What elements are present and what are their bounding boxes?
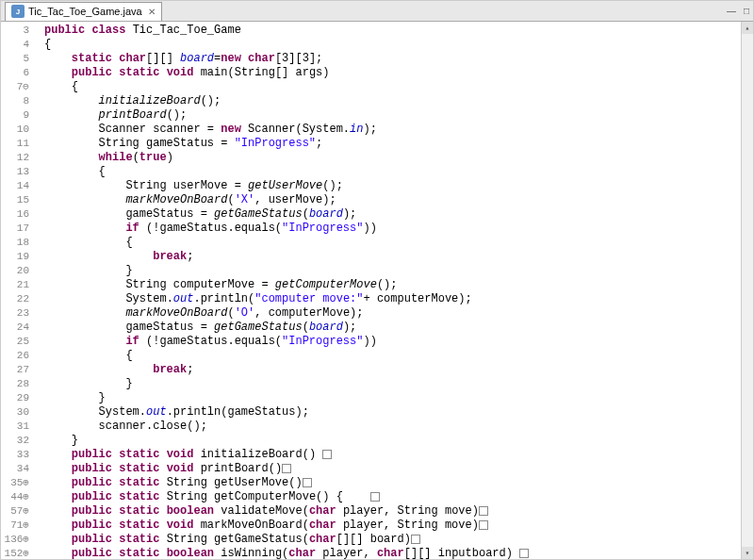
code-line[interactable]: markMoveOnBoard('O', computerMove); bbox=[44, 306, 741, 321]
code-line[interactable]: public static String getUserMove() bbox=[44, 476, 741, 490]
code-line[interactable]: public static void printBoard() bbox=[44, 462, 741, 476]
code-line[interactable]: public static String getComputerMove() { bbox=[44, 490, 741, 504]
code-area[interactable]: public class Tic_Tac_Toe_Game{ static ch… bbox=[37, 22, 741, 559]
line-number: 25 bbox=[1, 335, 29, 349]
line-number: 16 bbox=[1, 207, 29, 222]
scroll-up-icon[interactable]: ▴ bbox=[742, 22, 753, 34]
line-number: 44⊕ bbox=[1, 490, 29, 504]
code-line[interactable]: String userMove = getUserMove(); bbox=[44, 179, 741, 193]
folded-block-icon[interactable] bbox=[519, 549, 529, 558]
code-line[interactable]: break; bbox=[44, 250, 741, 264]
code-line[interactable]: { bbox=[44, 38, 741, 52]
line-number: 10 bbox=[1, 123, 29, 137]
line-number: 136⊕ bbox=[1, 533, 29, 547]
line-number: 31 bbox=[1, 420, 29, 434]
line-number: 26 bbox=[1, 349, 29, 363]
line-number: 30 bbox=[1, 405, 29, 420]
line-number: 71⊕ bbox=[1, 519, 29, 533]
code-line[interactable]: public static void initializeBoard() bbox=[44, 448, 741, 462]
code-line[interactable]: } bbox=[44, 391, 741, 405]
line-number: 9 bbox=[1, 108, 29, 123]
line-number: 34 bbox=[1, 462, 29, 476]
line-number: 23 bbox=[1, 306, 29, 321]
code-line[interactable]: String gameStatus = "InProgress"; bbox=[44, 137, 741, 151]
code-line[interactable]: if (!gameStatus.equals("InProgress")) bbox=[44, 335, 741, 349]
code-line[interactable]: public static String getGameStatus(char[… bbox=[44, 533, 741, 547]
line-number: 24 bbox=[1, 321, 29, 335]
line-number: 21 bbox=[1, 278, 29, 292]
folded-block-icon[interactable] bbox=[282, 464, 291, 473]
code-line[interactable]: Scanner scanner = new Scanner(System.in)… bbox=[44, 123, 741, 137]
code-line[interactable]: public static void main(String[] args) bbox=[44, 66, 741, 80]
line-gutter: 34567⊖8910111213141516171819202122232425… bbox=[1, 22, 37, 559]
line-number: 8 bbox=[1, 94, 29, 108]
scroll-down-icon[interactable]: ▾ bbox=[742, 547, 753, 559]
vertical-scrollbar[interactable]: ▴ ▾ bbox=[741, 22, 753, 559]
line-number: 33 bbox=[1, 448, 29, 462]
code-line[interactable]: { bbox=[44, 349, 741, 363]
editor-window: J Tic_Tac_Toe_Game.java ✕ — □ 34567⊖8910… bbox=[0, 0, 754, 560]
code-line[interactable]: System.out.println(gameStatus); bbox=[44, 405, 741, 420]
line-number: 3 bbox=[1, 24, 29, 38]
code-line[interactable]: { bbox=[44, 165, 741, 179]
line-number: 57⊕ bbox=[1, 504, 29, 519]
line-number: 152⊕ bbox=[1, 547, 29, 559]
code-line[interactable]: static char[][] board=new char[3][3]; bbox=[44, 52, 741, 66]
code-line[interactable]: scanner.close(); bbox=[44, 420, 741, 434]
code-line[interactable]: gameStatus = getGameStatus(board); bbox=[44, 321, 741, 335]
line-number: 4 bbox=[1, 38, 29, 52]
line-number: 14 bbox=[1, 179, 29, 193]
code-line[interactable]: String computerMove = getComputerMove(); bbox=[44, 278, 741, 292]
code-line[interactable]: public static void markMoveOnBoard(char … bbox=[44, 519, 741, 533]
line-number: 29 bbox=[1, 391, 29, 405]
folded-block-icon[interactable] bbox=[322, 450, 332, 459]
folded-block-icon[interactable] bbox=[303, 478, 312, 487]
line-number: 19 bbox=[1, 250, 29, 264]
close-icon[interactable]: ✕ bbox=[148, 7, 156, 17]
code-line[interactable]: if (!gameStatus.equals("InProgress")) bbox=[44, 222, 741, 236]
code-line[interactable]: while(true) bbox=[44, 151, 741, 165]
line-number: 32 bbox=[1, 434, 29, 448]
code-line[interactable]: markMoveOnBoard('X', userMove); bbox=[44, 193, 741, 207]
minimize-icon[interactable]: — bbox=[727, 6, 736, 16]
line-number: 22 bbox=[1, 292, 29, 306]
code-line[interactable]: public class Tic_Tac_Toe_Game bbox=[44, 24, 741, 38]
window-controls: — □ bbox=[727, 6, 749, 16]
folded-block-icon[interactable] bbox=[479, 520, 488, 530]
scroll-track[interactable] bbox=[742, 34, 753, 547]
maximize-icon[interactable]: □ bbox=[744, 6, 749, 16]
editor-body: 34567⊖8910111213141516171819202122232425… bbox=[1, 22, 753, 559]
code-line[interactable]: gameStatus = getGameStatus(board); bbox=[44, 207, 741, 222]
code-line[interactable]: public static boolean validateMove(char … bbox=[44, 504, 741, 519]
code-line[interactable]: break; bbox=[44, 363, 741, 377]
folded-block-icon[interactable] bbox=[370, 492, 380, 502]
file-tab[interactable]: J Tic_Tac_Toe_Game.java ✕ bbox=[5, 2, 162, 21]
tab-filename: Tic_Tac_Toe_Game.java bbox=[28, 6, 142, 17]
code-line[interactable]: { bbox=[44, 80, 741, 94]
line-number: 7⊖ bbox=[1, 80, 29, 94]
line-number: 6 bbox=[1, 66, 29, 80]
tab-bar: J Tic_Tac_Toe_Game.java ✕ — □ bbox=[1, 1, 753, 22]
line-number: 27 bbox=[1, 363, 29, 377]
line-number: 13 bbox=[1, 165, 29, 179]
line-number: 20 bbox=[1, 264, 29, 278]
code-line[interactable]: } bbox=[44, 264, 741, 278]
code-line[interactable]: System.out.println("computer move:"+ com… bbox=[44, 292, 741, 306]
line-number: 15 bbox=[1, 193, 29, 207]
code-line[interactable]: } bbox=[44, 377, 741, 391]
code-line[interactable]: } bbox=[44, 434, 741, 448]
code-line[interactable]: { bbox=[44, 236, 741, 250]
line-number: 5 bbox=[1, 52, 29, 66]
java-file-icon: J bbox=[11, 5, 25, 18]
line-number: 18 bbox=[1, 236, 29, 250]
line-number: 35⊕ bbox=[1, 476, 29, 490]
folded-block-icon[interactable] bbox=[411, 535, 420, 544]
code-line[interactable]: public static boolean isWinning(char pla… bbox=[44, 547, 741, 559]
code-line[interactable]: initializeBoard(); bbox=[44, 94, 741, 108]
line-number: 12 bbox=[1, 151, 29, 165]
folded-block-icon[interactable] bbox=[479, 506, 488, 516]
line-number: 28 bbox=[1, 377, 29, 391]
line-number: 11 bbox=[1, 137, 29, 151]
code-line[interactable]: printBoard(); bbox=[44, 108, 741, 123]
line-number: 17 bbox=[1, 222, 29, 236]
